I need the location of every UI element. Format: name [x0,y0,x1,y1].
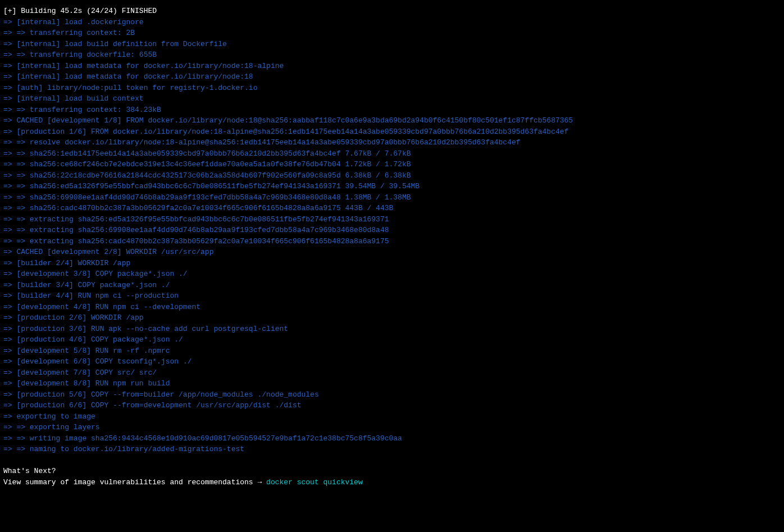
build-step-text: CACHED [development 1/8] FROM docker.io/… [16,116,573,125]
build-step-line: => => transferring context: 2B [3,28,781,39]
build-step-line: => => extracting sha256:cadc4870bb2c387a… [3,236,781,247]
build-step-line: => [development 6/8] COPY tsconfig*.json… [3,356,781,367]
arrow-prefix: => => [3,160,30,169]
arrow-prefix: => => [3,171,30,180]
arrow-prefix: => [3,412,16,421]
build-step-text: [internal] load build context [16,94,143,103]
build-step-text: extracting sha256:69908ee1aaf4dd90d746b8… [30,226,389,234]
build-step-text: CACHED [development 2/8] WORKDIR /usr/sr… [16,248,213,256]
arrow-prefix: => => [3,445,30,453]
scout-recommendation: View summary of image vulnerabilities an… [3,477,781,488]
build-step-text: transferring context: 2B [30,29,135,37]
build-step-line: => [development 5/8] RUN rm -rf .npmrc [3,345,781,357]
arrow-prefix: => [3,401,16,410]
build-step-text: sha256:ce68cf246cb7e2ebdce319e13c4c36eef… [30,160,411,169]
build-step-line: => [development 7/8] COPY src/ src/ [3,367,781,379]
build-step-line: => [internal] load build definition from… [3,39,781,50]
build-step-text: [development 7/8] COPY src/ src/ [16,369,157,377]
build-step-line: => [production 1/6] FROM docker.io/libra… [3,126,781,138]
arrow-prefix: => [3,313,16,322]
build-step-text: [production 5/6] COPY --from=builder /ap… [16,390,318,399]
build-step-text: [production 4/6] COPY package*.json ./ [16,335,183,344]
build-step-line: => [development 8/8] RUN npm run build [3,378,781,389]
build-step-line: => => sha256:22c18cdbe76616a21844cdc4325… [3,170,781,181]
build-step-line: => => naming to docker.io/library/added-… [3,444,781,455]
arrow-prefix: => [3,94,16,103]
build-step-line: => [internal] load metadata for docker.i… [3,71,781,83]
build-step-text: writing image sha256:9434c4568e10d910ac6… [30,434,402,443]
build-step-text: [development 3/8] COPY package*.json ./ [16,270,187,278]
build-step-text: [production 2/6] WORKDIR /app [16,313,143,322]
build-step-line: => => extracting sha256:69908ee1aaf4dd90… [3,225,781,236]
build-step-text: [auth] library/node:pull token for regis… [16,84,257,92]
arrow-prefix: => => [3,138,30,147]
arrow-prefix: => [3,281,16,289]
build-step-line: => [builder 4/4] RUN npm ci --production [3,290,781,302]
build-step-line: => exporting to image [3,411,781,422]
build-step-line: => => exporting layers [3,422,781,433]
build-step-line: => [builder 2/4] WORKDIR /app [3,258,781,269]
build-step-line: => [builder 3/4] COPY package*.json ./ [3,280,781,291]
arrow-prefix: => [3,40,16,48]
build-step-line: => => transferring dockerfile: 655B [3,49,781,61]
build-step-line: => [development 4/8] RUN npm ci --develo… [3,302,781,313]
build-step-text: [development 5/8] RUN rm -rf .npmrc [16,347,170,355]
build-step-line: => [internal] load metadata for docker.i… [3,61,781,72]
arrow-prefix: => [3,259,16,267]
blank-line [3,455,781,466]
whats-next-header: What's Next? [3,466,781,477]
arrow-prefix: => [3,248,16,256]
arrow-prefix: => => [3,226,30,234]
build-step-line: => => transferring context: 384.23kB [3,104,781,116]
build-step-line: => => extracting sha256:ed5a1326f95e55bb… [3,214,781,225]
build-step-text: [internal] load metadata for docker.io/l… [16,72,253,81]
arrow-prefix: => => [3,237,30,245]
build-step-line: => => resolve docker.io/library/node:18-… [3,137,781,148]
build-step-text: naming to docker.io/library/added-migrat… [30,445,244,453]
terminal-output: [+] Building 45.2s (24/24) FINISHED => [… [3,6,781,488]
arrow-prefix: => [3,390,16,399]
build-step-line: => [production 6/6] COPY --from=developm… [3,400,781,411]
build-header: [+] Building 45.2s (24/24) FINISHED [3,6,781,17]
build-step-text: [internal] load metadata for docker.io/l… [16,62,284,70]
arrow-prefix: => => [3,51,30,59]
arrow-prefix: => [3,128,16,136]
build-step-text: [internal] load build definition from Do… [16,40,226,48]
build-step-text: extracting sha256:cadc4870bb2c387a3bb056… [30,237,389,245]
build-step-text: [builder 3/4] COPY package*.json ./ [16,281,170,289]
arrow-prefix: => => [3,149,30,158]
arrow-prefix: => [3,116,16,125]
arrow-prefix: => => [3,215,30,224]
build-step-line: => CACHED [development 1/8] FROM docker.… [3,115,781,126]
arrow-prefix: => => [3,182,30,190]
arrow-prefix: => [3,347,16,355]
build-step-line: => => sha256:1edb14175eeb14a14a3abe05933… [3,148,781,160]
summary-text: View summary of image vulnerabilities an… [3,478,266,486]
arrow-prefix: => [3,270,16,278]
arrow-prefix: => => [3,106,30,114]
build-step-text: sha256:1edb14175eeb14a14a3abe059339cbd97… [30,149,411,158]
build-step-line: => [production 2/6] WORKDIR /app [3,312,781,324]
build-step-line: => [production 5/6] COPY --from=builder … [3,389,781,401]
build-step-text: [production 6/6] COPY --from=development… [16,401,301,410]
build-step-text: [internal] load .dockerignore [16,18,143,26]
arrow-prefix: => [3,303,16,311]
arrow-prefix: => => [3,423,30,431]
arrow-prefix: => [3,72,16,81]
arrow-prefix: => [3,379,16,388]
build-step-text: [builder 4/4] RUN npm ci --production [16,292,179,300]
build-step-line: => => sha256:ce68cf246cb7e2ebdce319e13c4… [3,159,781,170]
build-step-text: transferring context: 384.23kB [30,106,161,114]
build-step-text: sha256:ed5a1326f95e55bbfcad943bbc6c6c7b0… [30,182,420,190]
arrow-prefix: => [3,369,16,377]
build-step-text: [production 3/6] RUN apk --no-cache add … [16,325,288,333]
build-step-text: [development 4/8] RUN npm ci --developme… [16,303,200,311]
arrow-prefix: => [3,357,16,366]
arrow-prefix: => [3,335,16,344]
build-step-line: => [development 3/8] COPY package*.json … [3,269,781,280]
build-step-text: resolve docker.io/library/node:18-alpine… [30,138,521,147]
build-step-text: [development 6/8] COPY tsconfig*.json ./ [16,357,192,366]
build-step-line: => => sha256:ed5a1326f95e55bbfcad943bbc6… [3,181,781,192]
build-step-line: => [internal] load build context [3,93,781,104]
arrow-prefix: => [3,292,16,300]
